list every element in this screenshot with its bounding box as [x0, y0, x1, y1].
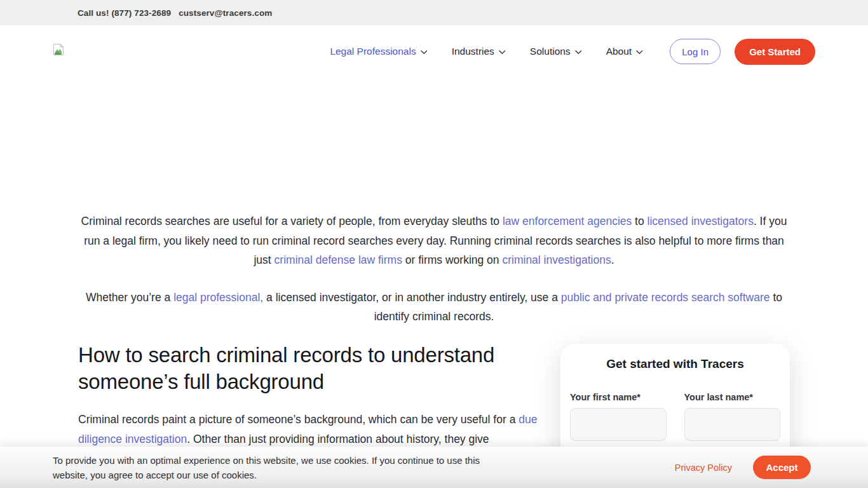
- first-name-field-group: Your first name*: [570, 392, 667, 441]
- nav-item-label: About: [606, 46, 632, 57]
- phone-number: Call us! (877) 723-2689: [78, 8, 171, 18]
- get-started-button[interactable]: Get Started: [735, 39, 815, 65]
- first-name-label: Your first name*: [570, 392, 667, 402]
- main-nav: Legal Professionals Industries Solutions…: [330, 46, 643, 57]
- cookie-consent-banner: To provide you with an optimal experienc…: [0, 447, 868, 488]
- intro-paragraph-2: Whether you’re a legal professional, a l…: [78, 288, 790, 327]
- text-segment: .: [611, 254, 614, 266]
- nav-item-solutions[interactable]: Solutions: [530, 46, 582, 57]
- inline-link[interactable]: criminal defense law firms: [275, 254, 402, 266]
- text-segment: a licensed investigator, or in another i…: [263, 291, 561, 304]
- text-segment: or firms working on: [402, 254, 503, 266]
- intro-section: Criminal records searches are useful for…: [78, 212, 790, 327]
- form-fields-row: Your first name* Your last name*: [570, 392, 780, 441]
- privacy-policy-link[interactable]: Privacy Policy: [675, 463, 732, 473]
- article-heading: How to search criminal records to unders…: [78, 342, 562, 395]
- last-name-label: Your last name*: [684, 392, 781, 402]
- chevron-down-icon: [636, 50, 643, 55]
- nav-item-label: Industries: [452, 46, 494, 57]
- inline-link[interactable]: criminal investigations: [502, 254, 611, 266]
- top-contact-bar: Call us! (877) 723-2689 custserv@tracers…: [0, 0, 868, 25]
- chevron-down-icon: [499, 50, 506, 55]
- text-segment: Criminal records searches are useful for…: [81, 215, 503, 227]
- cookie-message: To provide you with an optimal experienc…: [53, 453, 514, 482]
- inline-link[interactable]: law enforcement agencies: [503, 215, 632, 227]
- nav-item-legal-professionals[interactable]: Legal Professionals: [330, 46, 427, 57]
- form-card-title: Get started with Tracers: [570, 357, 780, 371]
- accept-cookies-button[interactable]: Accept: [753, 456, 811, 479]
- text-segment: to: [632, 215, 647, 227]
- inline-link[interactable]: public and private records search softwa…: [561, 291, 770, 304]
- first-name-input[interactable]: [570, 408, 667, 441]
- article-paragraph-1: Criminal records paint a picture of some…: [78, 410, 550, 449]
- text-segment: . Other than just providing information …: [187, 433, 489, 445]
- logo-broken-image-icon: [53, 43, 64, 56]
- intro-paragraph-1: Criminal records searches are useful for…: [78, 212, 790, 270]
- page: Call us! (877) 723-2689 custserv@tracers…: [0, 0, 868, 488]
- login-button[interactable]: Log In: [670, 39, 721, 64]
- text-segment: Whether you’re a: [86, 291, 173, 304]
- text-segment: Criminal records paint a picture of some…: [78, 413, 519, 426]
- nav-item-label: Legal Professionals: [330, 46, 416, 57]
- last-name-input[interactable]: [684, 408, 781, 441]
- inline-link[interactable]: legal professional,: [173, 291, 263, 304]
- contact-email: custserv@tracers.com: [179, 8, 272, 18]
- inline-link[interactable]: licensed investigators: [648, 215, 754, 227]
- chevron-down-icon: [421, 50, 428, 55]
- chevron-down-icon: [575, 50, 582, 55]
- site-header: Legal Professionals Industries Solutions…: [0, 25, 868, 78]
- nav-item-label: Solutions: [530, 46, 571, 57]
- article-section: How to search criminal records to unders…: [78, 342, 562, 449]
- nav-item-about[interactable]: About: [606, 46, 644, 57]
- cookie-actions: Privacy Policy Accept: [675, 456, 868, 479]
- nav-item-industries[interactable]: Industries: [452, 46, 506, 57]
- last-name-field-group: Your last name*: [684, 392, 781, 441]
